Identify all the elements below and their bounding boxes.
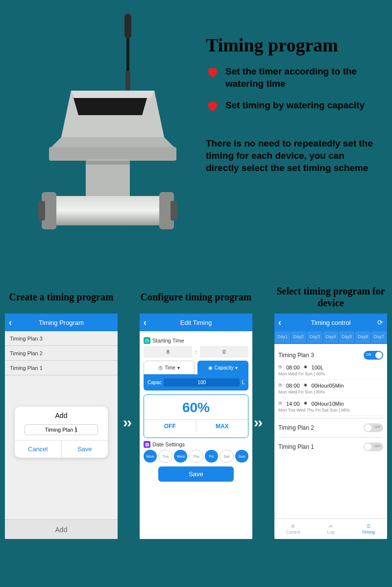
description: There is no need to repeatedly set the t… [206,138,377,174]
svg-marker-4 [71,91,154,98]
day-chip-wed[interactable]: Wed [174,450,187,463]
time-icon: ◉ [304,401,310,407]
plan3-toggle[interactable]: ON [364,351,383,360]
clock-icon: ◷ [278,365,284,370]
capacity-icon: ◉ [208,365,213,370]
device-illustration [15,10,196,240]
day-chip-tus[interactable]: Tus [158,450,172,463]
daytab-6[interactable]: Day6 [355,331,370,343]
refresh-icon[interactable]: ⟳ [377,318,383,326]
clock-icon: ◷ [158,365,163,370]
screen3-phone: ‹ Timing control ⟳ Day1 Day2 Day3 Day4 D… [274,314,387,539]
schedule-meta: Mon Tus Wed Thu Fri Sat Sun | 95% [278,408,383,416]
navbar-title: Timing Program [39,319,84,326]
max-button[interactable]: MAX [196,420,248,433]
day-chip-mon[interactable]: Mon [144,450,157,463]
menu-icon: ☰ [367,524,370,529]
starting-time-label: Starting Time [152,338,184,343]
bullet-2: Set timing by watering capacity [206,99,382,113]
save-button[interactable]: Save [62,440,108,458]
add-button[interactable]: Add [5,519,118,539]
svg-rect-2 [125,71,130,91]
heart-icon [206,99,220,113]
bullet-2-text: Set timing by watering capacity [225,99,365,112]
daytab-1[interactable]: Day1 [275,331,290,343]
daytab-4[interactable]: Day4 [323,331,339,343]
nav-timing[interactable]: ☰Timing [349,519,387,539]
tab-time[interactable]: ◷Time▾ [144,361,195,374]
screen2-phone: ‹ Edit Timing ◷Starting Time 8 : 0 ◷Time… [140,314,252,539]
page-header: Timing program Set the timer according t… [206,34,382,174]
plan-row[interactable]: Timing Plan 3 [5,331,118,346]
navbar: ‹ Edit Timing [140,314,252,331]
svg-rect-8 [86,159,130,198]
svg-rect-7 [49,147,176,161]
back-icon[interactable]: ‹ [9,318,12,328]
save-button[interactable]: Save [158,466,234,482]
navbar-title: Timing control [311,319,350,326]
daytab-2[interactable]: Day2 [291,331,306,343]
navbar-title: Edit Timing [180,319,212,326]
svg-rect-9 [86,161,130,165]
page-title: Timing program [206,34,382,56]
schedule-meta: Mon Wed Fri Sun | 60% [278,371,383,380]
screen3-title: Select timing program for device [274,285,387,309]
plan-row[interactable]: Timing Plan 2 [5,346,118,361]
bullet-1-text: Set the timer according to the watering … [225,66,382,90]
svg-rect-10 [49,196,167,225]
date-settings-label: Date Settings [152,441,185,447]
day-tabs: Day1 Day2 Day3 Day4 Day5 Day6 Day7 [274,331,387,344]
svg-rect-13 [38,201,45,220]
screen1-title: Create a timing program [5,285,118,309]
screen2-title: Configure timing program [140,285,252,309]
modal-title: Add [15,407,108,422]
svg-marker-6 [74,98,147,115]
capacity-label: Capac [147,380,162,385]
log-icon: ✉ [329,524,333,529]
svg-rect-14 [171,201,177,220]
daytab-5[interactable]: Day5 [339,331,354,343]
back-icon[interactable]: ‹ [278,318,281,328]
plan2-toggle[interactable]: OFF [364,423,383,432]
nav-log[interactable]: ✉Log [312,519,350,539]
navbar: ‹ Timing control ⟳ [274,314,387,331]
clock-icon: ◷ [278,401,284,407]
day-chip-thu[interactable]: Thu [189,450,203,463]
clock-icon: ◷ [278,383,284,389]
tab-capacity[interactable]: ◉Capacity▾ [197,361,248,374]
nav-control[interactable]: ⚙Control [274,519,312,539]
schedule-meta: Mon Wed Fri Sun | 80% [278,390,383,398]
day-chip-fri[interactable]: Fri [205,450,218,463]
daytab-7[interactable]: Day7 [371,331,387,343]
capacity-icon: ◉ [304,365,310,370]
plan1-title: Timing Plan 1 [278,443,314,450]
capacity-unit: L [242,380,245,385]
cancel-button[interactable]: Cancel [15,440,62,458]
bullet-1: Set the timer according to the watering … [206,66,382,90]
hour-input[interactable]: 8 [144,346,192,358]
time-icon: ◉ [304,383,310,389]
plan-name-input[interactable]: Timing Plan 1 [24,424,98,435]
off-button[interactable]: OFF [144,420,196,433]
calendar-icon: ▦ [144,441,150,448]
screen1-phone: ‹ Timing Program Timing Plan 3 Timing Pl… [5,314,118,539]
gauge-value: 60% [144,400,248,416]
gauge: 60% OFF MAX [144,394,248,438]
day-chip-sat[interactable]: Sat [220,450,234,463]
plan3-title: Timing Plan 3 [278,352,314,359]
chevron-down-icon: ▾ [235,365,238,370]
bottom-nav: ⚙Control ✉Log ☰Timing [274,518,387,539]
plan-row[interactable]: Timing Plan 1 [5,361,118,375]
heart-icon [206,66,220,79]
day-chip-sun[interactable]: Sun [235,450,248,463]
capacity-input[interactable]: 100 [164,378,240,387]
add-plan-modal: Add Timing Plan 1 Cancel Save [15,407,108,458]
navbar: ‹ Timing Program [5,314,118,331]
minute-input[interactable]: 0 [200,346,248,358]
svg-rect-1 [124,14,131,38]
gear-icon: ⚙ [291,524,295,529]
back-icon[interactable]: ‹ [144,318,147,328]
clock-icon: ◷ [144,337,150,344]
daytab-3[interactable]: Day3 [307,331,322,343]
plan1-toggle[interactable]: OFF [364,442,383,451]
